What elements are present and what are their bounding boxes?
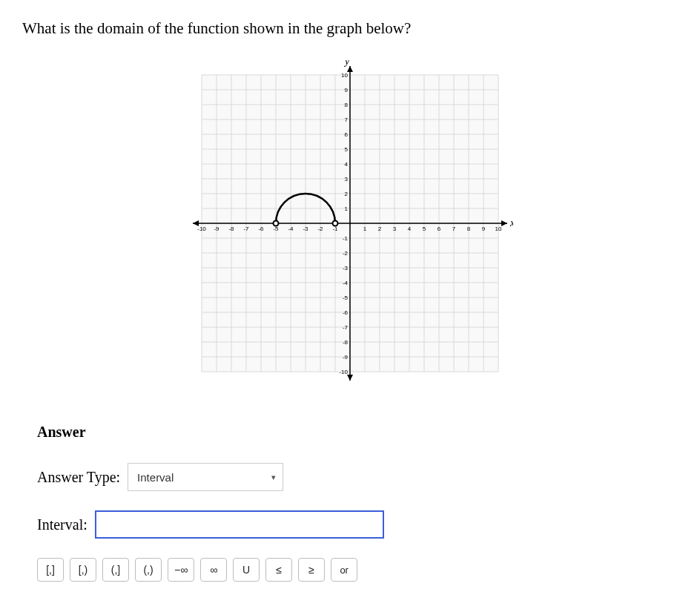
- interval-label: Interval:: [37, 516, 88, 533]
- union-button[interactable]: U: [233, 558, 260, 582]
- or-button[interactable]: or: [331, 558, 357, 582]
- y-tick: 5: [345, 146, 349, 153]
- interval-open-open-button[interactable]: (,): [135, 558, 162, 582]
- x-tick: -9: [214, 226, 219, 232]
- svg-marker-47: [347, 66, 353, 72]
- y-tick: -7: [343, 324, 349, 331]
- x-tick: 10: [495, 226, 502, 232]
- interval-input[interactable]: [95, 510, 384, 539]
- graph-container: x y -10 -9 -8 -7 -6 -5 -4 -3 -2 -1 1 2 3: [22, 60, 678, 387]
- x-axis-label: x: [509, 217, 513, 228]
- x-tick: -2: [317, 226, 323, 232]
- answer-type-label: Answer Type:: [37, 469, 120, 486]
- x-tick: 4: [408, 226, 412, 232]
- svg-marker-45: [501, 220, 507, 226]
- x-tick: -10: [197, 226, 206, 232]
- y-tick: 2: [345, 191, 349, 197]
- y-tick: -9: [343, 354, 349, 361]
- x-tick: -4: [288, 226, 294, 232]
- x-tick: 7: [452, 226, 456, 232]
- y-tick: -2: [343, 250, 349, 257]
- x-tick: -8: [228, 226, 234, 232]
- x-tick: -7: [243, 226, 249, 232]
- coordinate-graph: x y -10 -9 -8 -7 -6 -5 -4 -3 -2 -1 1 2 3: [187, 60, 513, 387]
- x-tick: 9: [482, 226, 486, 232]
- x-tick: 8: [467, 226, 471, 232]
- y-tick: 7: [345, 116, 349, 123]
- y-tick: -5: [343, 295, 349, 301]
- svg-marker-48: [347, 375, 353, 381]
- y-tick: 10: [341, 72, 348, 79]
- y-tick: -6: [343, 309, 349, 316]
- x-tick: -6: [258, 226, 264, 232]
- y-axis-label: y: [343, 60, 350, 67]
- y-tick: 9: [345, 87, 349, 93]
- y-tick: -3: [343, 265, 349, 272]
- negative-infinity-button[interactable]: −∞: [168, 558, 194, 582]
- answer-heading: Answer: [37, 424, 678, 441]
- y-tick: 1: [345, 205, 349, 212]
- x-tick: 1: [363, 226, 367, 232]
- endpoint-open-left: [274, 221, 279, 226]
- x-tick: 5: [423, 226, 426, 232]
- symbol-toolbar: [,] [,) (,] (,) −∞ ∞ U ≤ ≥ or: [37, 558, 678, 582]
- y-tick: 6: [345, 131, 349, 138]
- x-tick: 3: [393, 226, 397, 232]
- less-equal-button[interactable]: ≤: [265, 558, 292, 582]
- y-tick: -10: [339, 369, 348, 375]
- x-tick: 6: [438, 226, 441, 232]
- x-tick: -3: [303, 226, 308, 232]
- y-tick: 8: [345, 102, 349, 108]
- greater-equal-button[interactable]: ≥: [298, 558, 325, 582]
- interval-closed-open-button[interactable]: [,): [70, 558, 96, 582]
- interval-open-closed-button[interactable]: (,]: [102, 558, 129, 582]
- y-tick: -4: [343, 280, 349, 286]
- infinity-button[interactable]: ∞: [200, 558, 227, 582]
- y-tick: -8: [343, 339, 349, 346]
- interval-closed-closed-button[interactable]: [,]: [37, 558, 64, 582]
- question-text: What is the domain of the function shown…: [22, 19, 678, 38]
- y-tick: 3: [345, 176, 349, 182]
- y-tick: 4: [345, 161, 349, 168]
- x-tick: 2: [378, 226, 382, 232]
- answer-type-select[interactable]: Interval: [128, 463, 283, 491]
- endpoint-open-right: [333, 221, 338, 226]
- y-tick: -1: [343, 235, 349, 242]
